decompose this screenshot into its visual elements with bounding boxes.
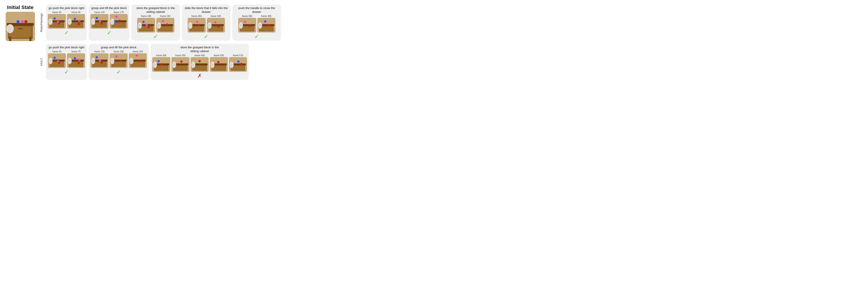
- task-card-task-grasp-lift-rf: grasp and lift the pink blockframe 134fr…: [89, 4, 129, 41]
- frame-label-task-slide-drawer-rf-0: frame 283: [191, 15, 202, 18]
- frame-item-task-store-sliding-cabinet-rf-0: frame 185: [137, 15, 155, 32]
- svg-point-9: [17, 20, 20, 23]
- task-sequence-roboflamingo-row: go push the pink block rightframe 36fram…: [46, 4, 311, 41]
- check-mark-task-push-pink-right-rf: ✓: [64, 30, 69, 35]
- frame-item-task-store-sliding-cabinet-hulc-4: frame 570: [229, 54, 247, 72]
- task-title-task-push-pink-right-rf: go push the pink block right: [49, 6, 84, 10]
- frame-img-task-store-sliding-cabinet-rf-0: [137, 18, 155, 32]
- task-title-task-grasp-lift-hulc: grasp and lift the pink block: [101, 46, 136, 50]
- frame-label-task-push-pink-right-hulc-0: frame 40: [52, 50, 61, 53]
- svg-rect-62: [158, 24, 159, 27]
- frames-row-task-push-pink-right-rf: frame 36frame 56: [48, 11, 85, 29]
- frame-item-task-push-handle-rf-0: frame 360: [238, 15, 256, 32]
- frame-label-task-store-sliding-cabinet-hulc-0: frame 300: [156, 54, 166, 57]
- svg-point-147: [161, 63, 163, 65]
- svg-point-45: [115, 16, 118, 18]
- frame-img-task-slide-drawer-rf-0: [188, 18, 206, 32]
- frame-label-task-push-handle-rf-1: frame 395: [261, 15, 271, 18]
- svg-point-112: [74, 57, 76, 59]
- svg-point-96: [268, 24, 270, 27]
- svg-rect-26: [69, 20, 70, 23]
- svg-point-71: [196, 21, 198, 23]
- frames-row-task-slide-drawer-rf: frame 283frame 330: [188, 15, 225, 32]
- svg-point-18: [54, 18, 56, 20]
- frame-img-task-store-sliding-cabinet-hulc-1: [172, 57, 189, 72]
- task-card-task-store-sliding-cabinet-rf: store the grasped block in the sliding c…: [131, 4, 180, 41]
- frame-label-task-grasp-lift-rf-0: frame 134: [94, 11, 104, 13]
- frame-img-task-push-pink-right-hulc-0: [48, 53, 66, 68]
- svg-point-130: [115, 55, 118, 58]
- svg-rect-44: [111, 20, 112, 23]
- svg-point-121: [96, 56, 98, 58]
- svg-point-87: [244, 21, 246, 23]
- frame-img-task-store-sliding-cabinet-hulc-4: [229, 57, 247, 72]
- svg-rect-111: [69, 59, 70, 62]
- frame-label-task-store-sliding-cabinet-hulc-3: frame 500: [214, 54, 224, 57]
- frame-img-task-grasp-lift-rf-0: [90, 14, 108, 29]
- svg-point-113: [78, 59, 81, 61]
- svg-point-29: [78, 23, 80, 25]
- frame-item-task-push-pink-right-rf-1: frame 56: [67, 11, 85, 29]
- frame-item-task-slide-drawer-rf-1: frame 330: [207, 15, 225, 32]
- frames-row-task-store-sliding-cabinet-hulc: frame 300frame 350frame 400frame 500fram…: [152, 54, 247, 72]
- svg-point-72: [198, 24, 200, 26]
- svg-point-80: [217, 25, 220, 28]
- svg-point-138: [135, 54, 138, 57]
- svg-point-27: [74, 18, 76, 20]
- svg-point-55: [146, 24, 148, 26]
- rows-container: RoboFlamingogo push the pink block right…: [40, 4, 311, 80]
- frame-item-task-grasp-lift-hulc-1: frame 200: [110, 50, 128, 68]
- svg-point-47: [114, 21, 116, 23]
- svg-point-56: [148, 26, 150, 28]
- initial-state-thumbnail: [6, 12, 35, 41]
- frame-item-task-store-sliding-cabinet-rf-1: frame 192: [156, 15, 174, 32]
- task-title-task-grasp-lift-rf: grasp and lift the pink block: [91, 6, 127, 10]
- row-label-hulc-row: HULC: [40, 58, 44, 66]
- task-card-task-store-sliding-cabinet-hulc: store the grasped block in the sliding c…: [151, 44, 249, 80]
- svg-point-54: [142, 21, 145, 23]
- svg-point-11: [24, 20, 28, 23]
- main-layout: Initial State: [4, 4, 311, 80]
- task-title-task-store-sliding-cabinet-hulc: store the grasped block in the sliding c…: [177, 46, 222, 53]
- frame-img-task-grasp-lift-hulc-1: [110, 53, 128, 68]
- frame-item-task-push-pink-right-hulc-0: frame 40: [48, 50, 66, 68]
- frame-label-task-store-sliding-cabinet-hulc-4: frame 570: [233, 54, 243, 57]
- frame-img-task-store-sliding-cabinet-hulc-0: [152, 57, 170, 72]
- task-card-task-push-pink-right-hulc: go push the pink block rightframe 40fram…: [46, 44, 87, 80]
- task-card-task-push-pink-right-rf: go push the pink block rightframe 36fram…: [46, 4, 87, 41]
- frame-label-task-grasp-lift-hulc-0: frame 150: [94, 50, 104, 53]
- svg-point-10: [21, 20, 24, 23]
- frame-item-task-push-handle-rf-1: frame 395: [257, 15, 275, 32]
- frame-item-task-slide-drawer-rf-0: frame 283: [188, 15, 206, 32]
- svg-rect-17: [50, 20, 51, 23]
- svg-point-28: [78, 20, 81, 22]
- svg-point-38: [101, 22, 103, 25]
- frame-img-task-grasp-lift-hulc-2: [129, 53, 147, 68]
- svg-rect-86: [240, 24, 241, 27]
- svg-rect-174: [230, 63, 232, 66]
- check-mark-task-slide-drawer-rf: ✓: [204, 34, 209, 39]
- svg-rect-160: [192, 63, 193, 66]
- svg-point-79: [214, 21, 217, 24]
- initial-state-label: Initial State: [7, 4, 33, 10]
- check-mark-task-grasp-lift-hulc: ✓: [116, 69, 121, 75]
- frame-item-task-push-pink-right-rf-0: frame 36: [48, 11, 66, 29]
- svg-point-154: [180, 60, 183, 63]
- cross-mark-task-store-sliding-cabinet-hulc: ✗: [197, 73, 202, 79]
- task-title-task-store-sliding-cabinet-rf: store the grasped block in the sliding c…: [133, 6, 178, 14]
- svg-point-146: [157, 60, 160, 62]
- svg-rect-102: [50, 59, 51, 62]
- frame-label-task-grasp-lift-hulc-1: frame 200: [114, 50, 124, 53]
- frame-item-task-grasp-lift-hulc-2: frame 250: [129, 50, 147, 68]
- check-mark-task-store-sliding-cabinet-rf: ✓: [153, 34, 158, 39]
- check-mark-task-grasp-lift-rf: ✓: [107, 30, 112, 35]
- frame-label-task-push-pink-right-rf-0: frame 36: [52, 11, 61, 13]
- svg-point-131: [119, 59, 122, 62]
- frame-img-task-store-sliding-cabinet-rf-1: [156, 18, 174, 32]
- frame-img-task-push-pink-right-rf-0: [48, 14, 66, 29]
- svg-point-37: [99, 20, 101, 22]
- svg-rect-8: [8, 27, 10, 32]
- frames-row-task-push-handle-rf: frame 360frame 395: [238, 15, 275, 32]
- frame-label-task-store-sliding-cabinet-rf-1: frame 192: [160, 15, 170, 18]
- frame-img-task-grasp-lift-hulc-0: [90, 53, 108, 68]
